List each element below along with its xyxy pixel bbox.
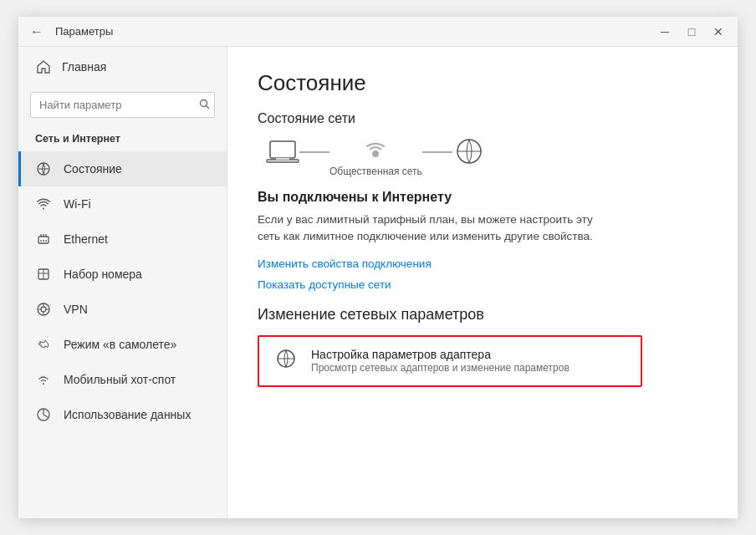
page-title: Состояние: [258, 70, 707, 96]
svg-point-24: [372, 150, 379, 157]
main-content: Состояние Состояние сети: [227, 47, 738, 518]
sidebar-item-hotspot[interactable]: Мобильный хот-спот: [18, 362, 227, 397]
network-label: Общественная сеть: [329, 166, 422, 177]
sidebar-label-datausage: Использование данных: [64, 408, 191, 421]
adapter-card[interactable]: Настройка параметров адаптера Просмотр с…: [258, 335, 642, 387]
laptop-icon: [266, 138, 299, 178]
connected-desc: Если у вас лимитный тарифный план, вы мо…: [258, 211, 609, 246]
svg-point-15: [41, 307, 46, 312]
search-input[interactable]: [30, 92, 215, 118]
window-controls: ─ □ ✕: [652, 20, 731, 43]
maximize-button[interactable]: □: [679, 20, 704, 43]
sidebar-item-home[interactable]: Главная: [18, 47, 227, 87]
connected-title: Вы подключены к Интернету: [258, 190, 707, 205]
minimize-button[interactable]: ─: [652, 20, 677, 43]
sidebar-search-container: [30, 92, 215, 118]
adapter-info: Настройка параметров адаптера Просмотр с…: [311, 348, 570, 374]
sidebar-item-ethernet[interactable]: Ethernet: [18, 222, 227, 257]
settings-window: ← Параметры ─ □ ✕ Главная: [18, 17, 738, 518]
back-button[interactable]: ←: [27, 23, 47, 41]
status-icon: [35, 160, 52, 177]
sidebar: Главная Сеть и Интернет: [18, 47, 227, 518]
hotspot-icon: [35, 371, 52, 388]
window-body: Главная Сеть и Интернет: [18, 47, 738, 518]
network-diagram: Общественная сеть: [258, 138, 707, 178]
sidebar-label-airplane: Режим «в самолете»: [64, 338, 176, 351]
globe-icon: [452, 138, 486, 178]
adapter-card-icon: [273, 347, 299, 375]
line-right: [422, 151, 452, 153]
dialup-icon: [35, 266, 52, 283]
close-button[interactable]: ✕: [706, 20, 731, 43]
window-title: Параметры: [55, 25, 113, 38]
sidebar-label-dialup: Набор номера: [64, 268, 142, 281]
sidebar-item-dialup[interactable]: Набор номера: [18, 257, 227, 292]
home-icon: [35, 59, 52, 75]
sidebar-label-wifi: Wi-Fi: [64, 197, 91, 211]
svg-point-0: [201, 99, 207, 106]
link-available[interactable]: Показать доступные сети: [258, 278, 707, 291]
search-icon-button[interactable]: [199, 99, 210, 112]
svg-rect-21: [270, 141, 295, 158]
sidebar-section-title: Сеть и Интернет: [18, 128, 227, 151]
sidebar-item-status[interactable]: Состояние: [18, 151, 227, 186]
svg-rect-23: [276, 158, 289, 160]
sidebar-item-airplane[interactable]: Режим «в самолете»: [18, 327, 227, 362]
adapter-desc: Просмотр сетевых адаптеров и изменение п…: [311, 362, 570, 374]
sidebar-label-hotspot: Мобильный хот-спот: [64, 373, 176, 386]
ethernet-icon: [35, 231, 52, 247]
line-left: [299, 151, 329, 153]
network-section-title: Состояние сети: [258, 111, 707, 126]
vpn-icon: [35, 301, 52, 318]
airplane-icon: [35, 336, 52, 353]
link-properties[interactable]: Изменить свойства подключения: [258, 257, 707, 270]
sidebar-item-vpn[interactable]: VPN: [18, 292, 227, 327]
svg-rect-22: [267, 160, 299, 162]
sidebar-label-ethernet: Ethernet: [64, 232, 108, 246]
wifi-icon: [35, 196, 52, 212]
title-bar-left: ← Параметры: [27, 23, 113, 41]
title-bar: ← Параметры ─ □ ✕: [18, 17, 738, 47]
svg-line-1: [207, 105, 210, 109]
router-area: Общественная сеть: [329, 139, 422, 177]
sidebar-home-label: Главная: [62, 60, 106, 74]
sidebar-item-datausage[interactable]: Использование данных: [18, 397, 227, 432]
sidebar-label-status: Состояние: [64, 162, 122, 176]
change-section-title: Изменение сетевых параметров: [258, 306, 707, 324]
sidebar-item-wifi[interactable]: Wi-Fi: [18, 186, 227, 222]
datausage-icon: [35, 406, 52, 423]
adapter-title: Настройка параметров адаптера: [311, 348, 570, 361]
sidebar-label-vpn: VPN: [64, 303, 88, 316]
